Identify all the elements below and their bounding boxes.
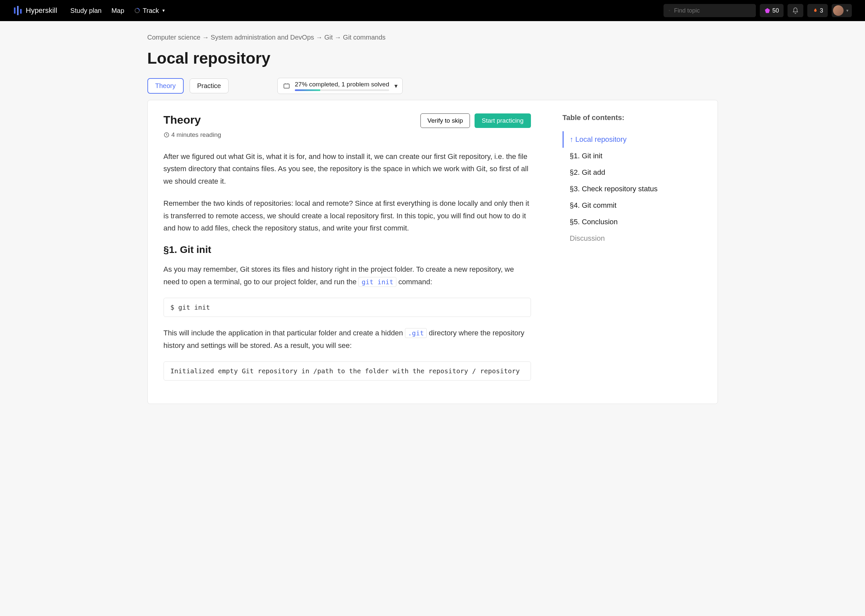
gem-icon <box>765 8 770 14</box>
svg-marker-6 <box>765 8 770 13</box>
streak-box[interactable]: 3 <box>807 4 828 17</box>
toc-item-s2[interactable]: §2. Git add <box>563 164 702 181</box>
intro-paragraph-2: Remember the two kinds of repositories: … <box>163 197 531 234</box>
intro-paragraph-1: After we figured out what Git is, what i… <box>163 150 531 187</box>
toc-title: Table of contents: <box>563 113 702 122</box>
crumb-l3[interactable]: Git <box>324 34 333 41</box>
nav-study-plan[interactable]: Study plan <box>70 7 102 14</box>
search-input[interactable] <box>674 7 750 14</box>
fire-icon <box>812 8 818 14</box>
start-practicing-button[interactable]: Start practicing <box>474 113 531 128</box>
toc-column: Table of contents: ↑ Local repository §1… <box>547 113 717 390</box>
crumb-l4[interactable]: Git commands <box>343 34 386 41</box>
svg-line-5 <box>670 11 670 11</box>
svg-point-4 <box>669 10 670 11</box>
nav-map[interactable]: Map <box>111 7 124 14</box>
top-header: Hyperskill Study plan Map Track ▼ 50 3 ▼ <box>0 0 865 21</box>
tab-row: Theory Practice 27% completed, 1 problem… <box>148 78 718 94</box>
theory-heading: Theory <box>163 113 201 126</box>
bell-icon <box>792 7 799 14</box>
svg-rect-0 <box>14 8 16 14</box>
notifications-box[interactable] <box>788 4 803 17</box>
search-box[interactable] <box>664 4 756 17</box>
avatar <box>833 5 843 16</box>
svg-rect-7 <box>284 84 290 88</box>
progress-text: 27% completed, 1 problem solved <box>295 81 389 88</box>
code-block-git-init: $ git init <box>163 298 531 317</box>
nav-track-label: Track <box>143 7 159 14</box>
chevron-down-icon: ▾ <box>394 82 398 90</box>
svg-rect-1 <box>17 6 19 15</box>
crumb-l1[interactable]: Computer science <box>148 34 201 41</box>
logo-group[interactable]: Hyperskill <box>13 6 57 15</box>
reading-time: 4 minutes reading <box>163 131 531 138</box>
inline-code-dotgit: .git <box>405 328 427 338</box>
nav-track[interactable]: Track ▼ <box>134 7 166 14</box>
code-block-init-output: Initialized empty Git repository in /pat… <box>163 361 531 380</box>
page-title: Local repository <box>148 49 718 67</box>
svg-rect-2 <box>20 9 22 14</box>
inline-code-git-init: git init <box>358 277 396 287</box>
crumb-l2[interactable]: System administration and DevOps <box>211 34 314 41</box>
card-icon <box>283 82 290 90</box>
toc-item-s4[interactable]: §4. Git commit <box>563 197 702 214</box>
toc-item-s5[interactable]: §5. Conclusion <box>563 214 702 230</box>
content-card: Theory Verify to skip Start practicing 4… <box>148 100 718 404</box>
tab-practice[interactable]: Practice <box>190 79 229 93</box>
progress-bar <box>295 90 389 91</box>
circle-progress-icon <box>134 8 140 14</box>
clock-icon <box>163 132 170 138</box>
tab-theory[interactable]: Theory <box>148 78 184 94</box>
section-1-paragraph-2: This will include the application in tha… <box>163 327 531 352</box>
toc-item-discussion[interactable]: Discussion <box>563 230 702 247</box>
logo-icon <box>13 6 22 15</box>
main-column: Theory Verify to skip Start practicing 4… <box>148 113 547 390</box>
toc-item-top[interactable]: ↑ Local repository <box>563 131 702 148</box>
streak-value: 3 <box>820 7 823 14</box>
section-1-heading: §1. Git init <box>163 244 531 255</box>
progress-box[interactable]: 27% completed, 1 problem solved ▾ <box>277 78 403 94</box>
chevron-down-icon: ▼ <box>846 9 849 13</box>
section-1-paragraph-1: As you may remember, Git stores its file… <box>163 263 531 288</box>
chevron-down-icon: ▼ <box>162 8 166 13</box>
search-icon <box>669 8 670 14</box>
user-menu[interactable]: ▼ <box>832 4 852 17</box>
breadcrumb: Computer science → System administration… <box>148 34 718 41</box>
points-box[interactable]: 50 <box>760 4 783 17</box>
toc-item-s1[interactable]: §1. Git init <box>563 148 702 164</box>
verify-skip-button[interactable]: Verify to skip <box>421 113 470 128</box>
brand-name: Hyperskill <box>26 6 57 15</box>
toc-item-s3[interactable]: §3. Check repository status <box>563 181 702 197</box>
points-value: 50 <box>772 7 779 14</box>
